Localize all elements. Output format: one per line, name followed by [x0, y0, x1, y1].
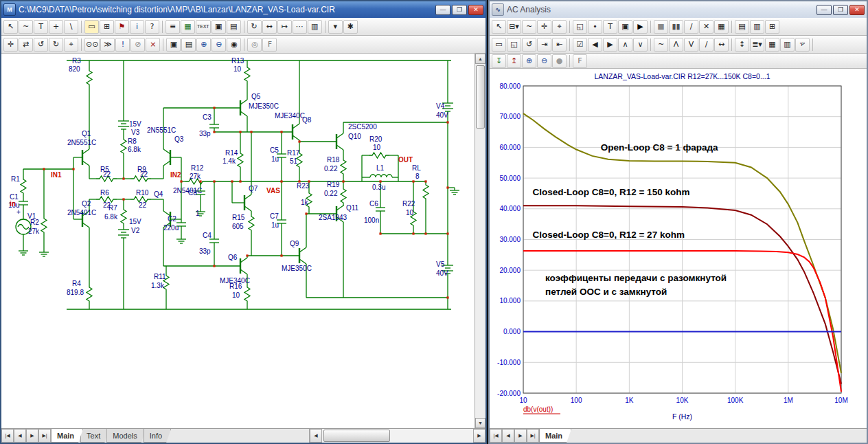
right-titlebar[interactable]: ∿ AC Analysis — ❐ ✕ — [490, 1, 867, 18]
schematic-canvas[interactable]: R3820R1310Q5MJE350CC333pMJE340CQ82SC5200… — [1, 54, 475, 428]
zoom-out-button[interactable]: ⊖ — [537, 54, 551, 68]
p-key-button[interactable]: 'P' — [795, 38, 810, 52]
run-button[interactable]: ▶ — [633, 20, 648, 34]
graph-dropdown[interactable]: ⊟▾ — [507, 20, 521, 34]
stop-button[interactable]: ■ — [654, 20, 668, 34]
find-tool[interactable]: ⊙⊙ — [84, 38, 100, 52]
redo-button[interactable]: ↻ — [49, 38, 63, 52]
point-mode-tool[interactable]: • — [588, 20, 602, 34]
tab-models[interactable]: Models — [106, 429, 146, 443]
pan-tool[interactable]: ✛ — [3, 38, 18, 52]
close-button[interactable]: ✕ — [468, 5, 483, 15]
grid-panel-toggle[interactable]: ▦ — [765, 38, 779, 52]
rotate-tool[interactable]: ↻ — [247, 20, 262, 34]
tab-info[interactable]: Info — [144, 429, 171, 443]
note-tool[interactable]: ▭ — [84, 20, 99, 34]
prev-run-button[interactable]: ↧ — [492, 54, 506, 68]
target-tool[interactable]: ⌖ — [64, 38, 78, 52]
prev-page-button[interactable]: ◀ — [502, 429, 514, 443]
select-tool[interactable]: ↖ — [492, 20, 506, 34]
properties-tool[interactable]: ▣ — [618, 20, 632, 34]
text-mode-tool[interactable]: T — [603, 20, 617, 34]
grid-toggle[interactable]: ▥ — [750, 20, 764, 34]
zoom-in-button[interactable]: ⊕ — [522, 54, 536, 68]
next-page-button[interactable]: ▶ — [514, 429, 527, 443]
region-select-button[interactable]: ◎ — [247, 38, 262, 52]
clip-region-tool[interactable]: ▣ — [212, 20, 226, 34]
step-tool[interactable]: ↦ — [277, 20, 292, 34]
no-action-tool[interactable]: ⊘ — [130, 38, 145, 52]
delete-tool[interactable]: × — [146, 38, 160, 52]
tab-main[interactable]: Main — [539, 429, 571, 443]
f-key-button[interactable]: F — [573, 54, 587, 68]
first-page-button[interactable]: |◀ — [490, 429, 502, 443]
picture-tool[interactable]: ▦ — [181, 20, 195, 34]
checkbox-toggle[interactable]: ☑ — [573, 38, 587, 52]
auto-scale-button[interactable]: ◱ — [507, 38, 521, 52]
vertical-scroll-track[interactable] — [475, 64, 486, 418]
restore-scales-button[interactable]: ↺ — [522, 38, 536, 52]
go-to-y-button[interactable]: ⇤ — [552, 38, 567, 52]
swap-tool[interactable]: ⇄ — [19, 38, 33, 52]
inflection-button[interactable]: ~ — [654, 38, 668, 52]
pattern-tool[interactable]: ▥ — [308, 20, 322, 34]
cursor-left-button[interactable]: ◀ — [588, 38, 602, 52]
select-tool[interactable]: ↖ — [3, 20, 18, 34]
go-to-x-button[interactable]: ⇥ — [537, 38, 551, 52]
global-high-button[interactable]: Λ — [669, 38, 683, 52]
copy-button[interactable]: ▣ — [166, 38, 181, 52]
formula-book-dropdown[interactable]: ≣▾ — [750, 38, 764, 52]
first-page-button[interactable]: |◀ — [1, 429, 14, 443]
hscroll-right-button[interactable]: ▶ — [473, 429, 486, 443]
tag-point-tool[interactable]: ⌖ — [552, 20, 567, 34]
next-page-button[interactable]: ▶ — [26, 429, 38, 443]
vertical-scroll-thumb[interactable] — [476, 65, 485, 129]
mirror-tool[interactable]: ↔ — [262, 20, 277, 34]
minimize-button[interactable]: — — [816, 5, 832, 15]
find-next-tool[interactable]: ≫ — [100, 38, 115, 52]
text-mode-tool[interactable]: T — [34, 20, 48, 34]
maximize-button[interactable]: ❐ — [833, 5, 848, 15]
minimize-button[interactable]: — — [435, 5, 450, 15]
scroll-up-button[interactable]: ▲ — [475, 54, 486, 64]
zoom-out-button[interactable]: ⊖ — [212, 38, 226, 52]
peak-button[interactable]: ∧ — [618, 38, 632, 52]
analysis-plot[interactable]: 80.00070.00060.00050.00040.00030.00020.0… — [490, 69, 867, 428]
flag-tool[interactable]: ⚑ — [115, 20, 129, 34]
hscroll-left-button[interactable]: ◀ — [310, 429, 322, 443]
info-tool[interactable]: i — [130, 20, 144, 34]
mode-dropdown[interactable]: ▾ — [328, 20, 343, 34]
snapshot-button[interactable]: ◉ — [227, 38, 241, 52]
data-points-toggle[interactable]: ▦ — [714, 20, 729, 34]
waveform-tool[interactable]: ~ — [522, 20, 536, 34]
close-button[interactable]: ✕ — [849, 5, 865, 15]
component-mode-tool[interactable]: + — [49, 20, 63, 34]
cursor-tool[interactable]: ✛ — [537, 20, 551, 34]
tokens-toggle[interactable]: ▤ — [735, 20, 749, 34]
settings-tool[interactable]: ✱ — [343, 20, 358, 34]
limits-button[interactable]: ▭ — [492, 38, 506, 52]
maximize-button[interactable]: ❐ — [452, 5, 467, 15]
valley-button[interactable]: ∨ — [633, 38, 648, 52]
scroll-down-button[interactable]: ▼ — [475, 418, 486, 428]
next-run-button[interactable]: ↥ — [507, 54, 521, 68]
tag-horizontal-button[interactable]: ↔ — [714, 38, 729, 52]
link-tool[interactable]: ≡ — [165, 20, 180, 34]
line-mode-tool[interactable]: \ — [64, 20, 78, 34]
cross-cursor-tool[interactable]: ✕ — [699, 20, 713, 34]
scale-mode-tool[interactable]: ◱ — [573, 20, 587, 34]
global-low-button[interactable]: V — [684, 38, 698, 52]
pause-button[interactable]: ▮▮ — [669, 20, 683, 34]
paste-button[interactable]: ▤ — [181, 38, 196, 52]
zoom-in-button[interactable]: ⊕ — [196, 38, 211, 52]
point-info-tool[interactable]: ! — [115, 38, 130, 52]
vertical-scrollbar[interactable]: ▲ ▼ — [475, 54, 486, 428]
prev-page-button[interactable]: ◀ — [14, 429, 26, 443]
undo-button[interactable]: ↺ — [34, 38, 48, 52]
text-banner-tool[interactable]: TEXT — [196, 20, 211, 34]
horizontal-scroll-thumb[interactable] — [323, 430, 390, 442]
columns-panel-toggle[interactable]: ▥ — [780, 38, 795, 52]
f-key-button[interactable]: F — [262, 38, 277, 52]
cursor-right-button[interactable]: ▶ — [603, 38, 617, 52]
horizontal-scroll-track[interactable] — [322, 429, 473, 443]
